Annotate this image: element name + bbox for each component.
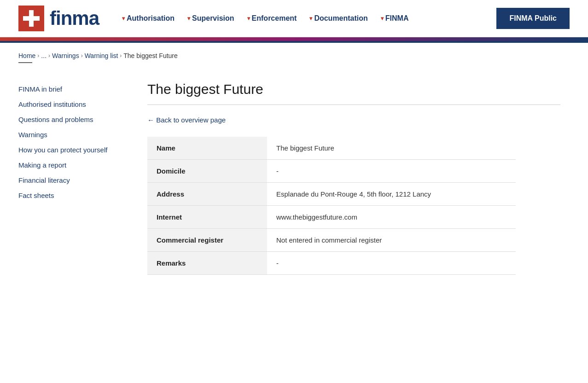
logo-text: finma <box>50 7 99 29</box>
sidebar-item-authorised-institutions[interactable]: Authorised institutions <box>18 97 111 112</box>
site-header: finma ▾ Authorisation ▾ Supervision ▾ En… <box>0 0 588 37</box>
page-title: The biggest Future <box>147 81 560 105</box>
breadcrumb-area: Home › ... › Warnings › Warning list › T… <box>0 43 588 68</box>
nav-enforcement[interactable]: ▾ Enforcement <box>243 12 302 25</box>
breadcrumb-sep-1: › <box>37 52 39 59</box>
table-value-remarks: - <box>267 252 516 275</box>
nav-authorisation[interactable]: ▾ Authorisation <box>117 12 179 25</box>
table-row-internet: Internet www.thebiggestfuture.com <box>147 206 516 229</box>
sidebar-item-fact-sheets[interactable]: Fact sheets <box>18 188 111 203</box>
main-nav: ▾ Authorisation ▾ Supervision ▾ Enforcem… <box>117 12 496 25</box>
breadcrumb-sep-4: › <box>120 52 122 59</box>
logo-area: finma <box>18 6 99 31</box>
table-row-address: Address Esplanade du Pont-Rouge 4, 5th f… <box>147 183 516 206</box>
sidebar-item-warnings[interactable]: Warnings <box>18 127 111 142</box>
sidebar: FINMA in brief Authorised institutions Q… <box>0 68 120 289</box>
chevron-icon: ▾ <box>381 15 384 22</box>
sidebar-item-finma-in-brief[interactable]: FINMA in brief <box>18 81 111 97</box>
table-value-internet: www.thebiggestfuture.com <box>267 206 516 229</box>
nav-documentation[interactable]: ▾ Documentation <box>305 12 372 25</box>
nav-supervision[interactable]: ▾ Supervision <box>183 12 239 25</box>
table-label-internet: Internet <box>147 206 267 229</box>
breadcrumb-home[interactable]: Home <box>18 52 35 59</box>
table-label-domicile: Domicile <box>147 160 267 183</box>
sidebar-item-questions-problems[interactable]: Questions and problems <box>18 112 111 127</box>
main-content: The biggest Future ← Back to overview pa… <box>120 68 588 289</box>
svg-rect-2 <box>23 16 40 21</box>
breadcrumb-ellipsis[interactable]: ... <box>41 52 47 59</box>
back-link[interactable]: ← Back to overview page <box>147 116 226 124</box>
nav-finma[interactable]: ▾ FINMA <box>376 12 413 25</box>
table-label-commercial-register: Commercial register <box>147 229 267 252</box>
table-value-domicile: - <box>267 160 516 183</box>
page-container: FINMA in brief Authorised institutions Q… <box>0 68 588 289</box>
finma-public-button[interactable]: FINMA Public <box>496 8 570 29</box>
chevron-icon: ▾ <box>122 15 125 22</box>
table-row-name: Name The biggest Future <box>147 137 516 160</box>
table-row-domicile: Domicile - <box>147 160 516 183</box>
breadcrumb: Home › ... › Warnings › Warning list › T… <box>18 52 570 59</box>
table-label-address: Address <box>147 183 267 206</box>
breadcrumb-sep-2: › <box>48 52 50 59</box>
detail-table: Name The biggest Future Domicile - Addre… <box>147 137 516 275</box>
table-value-address: Esplanade du Pont-Rouge 4, 5th floor, 12… <box>267 183 516 206</box>
table-row-commercial-register: Commercial register Not entered in comme… <box>147 229 516 252</box>
breadcrumb-underline <box>18 62 32 63</box>
breadcrumb-warnings[interactable]: Warnings <box>52 52 79 59</box>
sidebar-item-how-protect[interactable]: How you can protect yourself <box>18 142 111 157</box>
sidebar-item-making-report[interactable]: Making a report <box>18 157 111 173</box>
breadcrumb-current: The biggest Future <box>123 52 178 59</box>
sidebar-item-financial-literacy[interactable]: Financial literacy <box>18 173 111 188</box>
chevron-icon: ▾ <box>187 15 190 22</box>
chevron-icon: ▾ <box>309 15 312 22</box>
table-value-commercial-register: Not entered in commercial register <box>267 229 516 252</box>
table-value-name: The biggest Future <box>267 137 516 160</box>
finma-logo-icon <box>18 6 44 31</box>
table-label-name: Name <box>147 137 267 160</box>
table-label-remarks: Remarks <box>147 252 267 275</box>
table-row-remarks: Remarks - <box>147 252 516 275</box>
breadcrumb-sep-3: › <box>81 52 83 59</box>
gradient-bar <box>0 37 588 41</box>
breadcrumb-warning-list[interactable]: Warning list <box>85 52 118 59</box>
chevron-icon: ▾ <box>247 15 250 22</box>
